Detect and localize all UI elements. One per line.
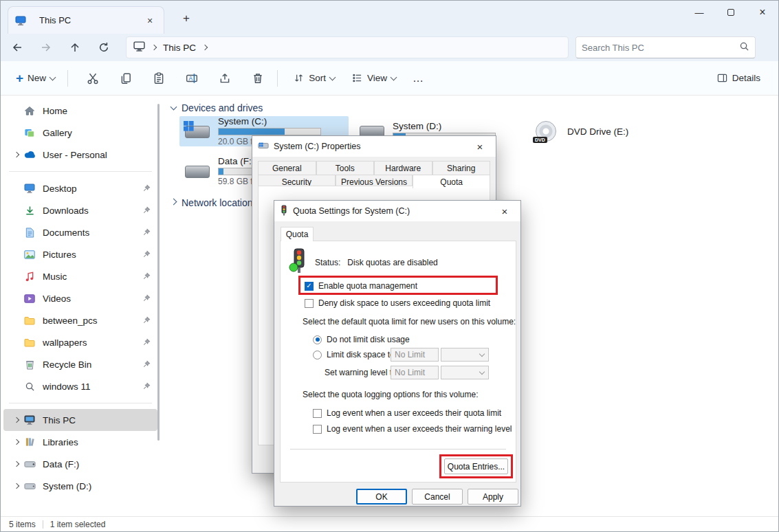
section-devices-and-drives[interactable]: Devices and drives	[171, 102, 263, 113]
plus-icon: +	[16, 71, 23, 85]
deny-checkbox-row[interactable]: Deny disk space to users exceeding quota…	[305, 298, 490, 308]
sidebar-item-wallpapers[interactable]: wallpapers	[3, 331, 157, 353]
properties-dialog-titlebar[interactable]: System (C:) Properties ×	[252, 136, 496, 157]
sidebar-item-documents[interactable]: Documents	[3, 221, 157, 243]
chevron-right-icon[interactable]	[171, 199, 177, 206]
chevron-right-icon[interactable]	[14, 483, 19, 489]
log-warning-checkbox[interactable]	[313, 425, 322, 434]
close-icon[interactable]: ×	[470, 138, 490, 155]
explorer-tab[interactable]: This PC ×	[8, 6, 164, 34]
enable-quota-checkbox-row[interactable]: ✓ Enable quota management	[305, 281, 417, 291]
properties-dialog-title: System (C:) Properties	[274, 142, 465, 151]
limit-unit-dropdown[interactable]	[441, 348, 489, 362]
details-pane-button[interactable]: Details	[710, 66, 767, 91]
up-button[interactable]	[63, 36, 87, 58]
chevron-right-icon[interactable]	[14, 152, 19, 157]
limit-radio-row[interactable]: Limit disk space to	[313, 350, 395, 359]
delete-button[interactable]	[244, 66, 272, 91]
log-warning-checkbox-row[interactable]: Log event when a user exceeds their warn…	[313, 424, 512, 434]
new-tab-button[interactable]: +	[178, 10, 195, 27]
sort-button[interactable]: Sort	[286, 66, 342, 91]
sidebar-item-gallery[interactable]: Gallery	[3, 122, 157, 144]
sidebar-scrollbar[interactable]	[157, 104, 160, 441]
chevron-right-icon[interactable]	[14, 417, 19, 423]
tab-tools[interactable]: Tools	[316, 161, 375, 175]
cancel-button[interactable]: Cancel	[412, 489, 463, 505]
warning-value-field[interactable]: No Limit	[391, 366, 439, 379]
sidebar-item-recycle-bin[interactable]: Recycle Bin	[3, 353, 157, 375]
new-button[interactable]: + New	[9, 66, 62, 91]
pin-icon	[141, 272, 152, 280]
chevron-right-icon	[151, 45, 157, 50]
sidebar-item-between-pcs[interactable]: between_pcs	[3, 309, 157, 331]
warning-level-label: Set warning level to	[325, 368, 397, 377]
forward-button[interactable]	[34, 36, 58, 58]
maximize-button[interactable]	[715, 1, 747, 24]
refresh-button[interactable]	[91, 36, 116, 58]
traffic-light-icon	[280, 205, 288, 218]
sidebar-item-libraries[interactable]: Libraries	[3, 431, 157, 453]
quota-settings-dialog: Quota Settings for System (C:) × Quota S…	[274, 200, 521, 507]
cut-button[interactable]	[79, 66, 107, 91]
pin-icon	[141, 294, 152, 302]
tab-close-icon[interactable]: ×	[142, 12, 158, 29]
pin-icon	[141, 338, 152, 346]
log-limit-checkbox-row[interactable]: Log event when a user exceeds their quot…	[313, 408, 501, 418]
enable-quota-checkbox[interactable]: ✓	[305, 282, 314, 291]
search-box[interactable]	[575, 36, 756, 58]
pin-icon	[141, 184, 152, 192]
music-icon	[23, 270, 36, 282]
back-button[interactable]	[5, 36, 30, 58]
navigation-pane: Home Gallery User - Personal Desktop Dow…	[1, 96, 160, 516]
chevron-down-icon[interactable]	[171, 104, 177, 111]
minimize-button[interactable]: —	[683, 1, 715, 24]
copy-button[interactable]	[112, 66, 140, 91]
sidebar-item-onedrive[interactable]: User - Personal	[3, 144, 157, 166]
drive-tile-dvd-e[interactable]: DVD DVD Drive (E:)	[529, 116, 698, 146]
breadcrumb[interactable]: This PC	[126, 36, 569, 58]
warning-unit-dropdown[interactable]	[441, 366, 489, 379]
sidebar-item-this-pc[interactable]: This PC	[3, 409, 157, 431]
close-icon[interactable]: ×	[494, 203, 515, 219]
tab-quota[interactable]: Quota	[413, 175, 490, 188]
share-button[interactable]	[211, 66, 239, 91]
deny-checkbox[interactable]	[305, 299, 314, 308]
apply-button[interactable]: Apply	[468, 489, 518, 505]
no-limit-radio-row[interactable]: Do not limit disk usage	[313, 335, 410, 344]
quota-status-value: Disk quotas are disabled	[347, 258, 437, 267]
chevron-right-icon[interactable]	[14, 461, 19, 467]
search-icon[interactable]	[739, 41, 749, 54]
section-network-locations[interactable]: Network locations	[171, 197, 258, 208]
sidebar-item-desktop[interactable]: Desktop	[3, 177, 157, 199]
chevron-down-icon	[329, 74, 336, 80]
limit-radio[interactable]	[313, 351, 322, 359]
tab-sharing[interactable]: Sharing	[432, 161, 491, 175]
breadcrumb-this-pc[interactable]: This PC	[163, 43, 196, 53]
sidebar-item-data-f[interactable]: Data (F:)	[3, 453, 157, 475]
sidebar-item-windows-11[interactable]: windows 11	[3, 375, 157, 397]
more-options-button[interactable]: …	[406, 66, 431, 91]
sidebar-item-home[interactable]: Home	[3, 100, 157, 122]
sidebar-item-music[interactable]: Music	[3, 265, 157, 287]
paste-button[interactable]	[145, 66, 173, 91]
rename-button[interactable]: A	[178, 66, 206, 91]
log-limit-checkbox[interactable]	[313, 409, 322, 418]
view-button[interactable]: View	[344, 66, 403, 91]
quota-entries-button[interactable]: Quota Entries...	[444, 458, 508, 474]
dvd-drive-icon: DVD	[533, 120, 560, 143]
no-limit-radio[interactable]	[313, 335, 322, 344]
sidebar-item-pictures[interactable]: Pictures	[3, 243, 157, 265]
ok-button[interactable]: OK	[356, 489, 407, 505]
tab-general[interactable]: General	[258, 161, 316, 175]
chevron-right-icon[interactable]	[14, 439, 19, 445]
sidebar-item-videos[interactable]: Videos	[3, 287, 157, 309]
tab-hardware[interactable]: Hardware	[374, 161, 432, 175]
limit-value-field[interactable]: No Limit	[391, 348, 439, 362]
limit-radio-label: Limit disk space to	[327, 350, 395, 359]
sidebar-item-downloads[interactable]: Downloads	[3, 199, 157, 221]
quota-tab[interactable]: Quota	[281, 227, 314, 241]
search-input[interactable]	[582, 43, 739, 53]
close-button[interactable]: ×	[747, 1, 778, 24]
quota-dialog-titlebar[interactable]: Quota Settings for System (C:) ×	[274, 201, 520, 221]
sidebar-item-system-d[interactable]: System (D:)	[3, 475, 157, 497]
